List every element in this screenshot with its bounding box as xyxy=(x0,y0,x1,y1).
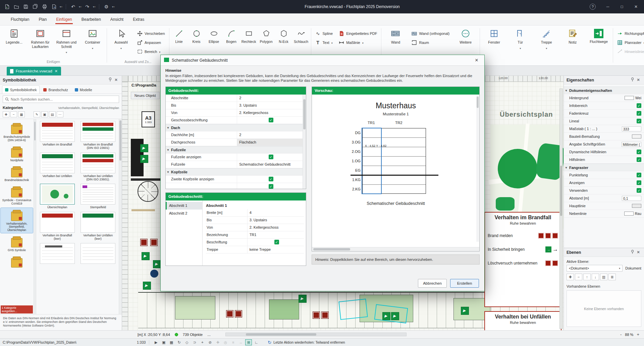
layers-icon[interactable]: ≡ xyxy=(230,339,236,345)
close-panel-icon[interactable]: ✕ xyxy=(635,78,641,82)
checkbox-icon[interactable] xyxy=(637,119,641,123)
property-row[interactable]: Punktefang xyxy=(564,171,644,179)
property-row[interactable]: Fadenkreuz xyxy=(564,110,644,117)
property-row[interactable]: Bezeichnung TR1 xyxy=(206,231,304,239)
close-panel-icon[interactable]: ✕ xyxy=(635,250,641,254)
menu-item[interactable]: Einfügen xyxy=(52,13,76,25)
masslinie-button[interactable]: Maßlinie xyxy=(336,39,380,47)
property-row[interactable]: Hilfslinien xyxy=(564,156,644,164)
refresh-icon[interactable]: ↻ xyxy=(176,339,182,345)
pin-icon[interactable] xyxy=(629,77,635,82)
symbol-item[interactable]: Verhalten bei Unfällen (DIN ISO 23601). xyxy=(78,153,118,181)
canvas-horizontal-scrollbar[interactable] xyxy=(225,333,407,336)
property-row[interactable]: Hintergrund Wei xyxy=(564,94,644,102)
copy-symbol-icon[interactable]: ▣ xyxy=(41,111,48,117)
add-layer-icon[interactable]: ✚ xyxy=(567,274,574,280)
section-highlight-box[interactable] xyxy=(362,128,382,194)
checkbox-icon[interactable] xyxy=(269,155,273,159)
grid-view-icon[interactable]: ▦ xyxy=(18,111,25,117)
close-button[interactable]: ✕ xyxy=(629,2,643,12)
pdf-button[interactable]: Eingebettetes PDF xyxy=(336,30,380,38)
symbol-item[interactable]: Verhalten im Brandfall (DIN ISO 23601) xyxy=(78,121,118,150)
planraster-button[interactable]: Planraster xyxy=(614,39,644,47)
collapse-chevron-icon[interactable] xyxy=(564,166,569,169)
checkbox-icon[interactable] xyxy=(269,118,273,122)
property-row[interactable]: Infobereich xyxy=(564,102,644,110)
maximize-button[interactable]: □ xyxy=(615,2,629,12)
canvas-vertical-scrollbar[interactable] xyxy=(559,89,563,329)
select-rect-icon[interactable]: ▣ xyxy=(160,339,167,345)
pan-icon[interactable]: ✚ xyxy=(214,339,221,345)
property-row[interactable]: Fußzeile Schematischer Gebäudeschnitt xyxy=(166,161,303,168)
property-row[interactable]: Beschriftung xyxy=(206,239,304,246)
verschieben-button[interactable]: Verschieben xyxy=(135,30,168,38)
close-panel-icon[interactable]: ✕ xyxy=(113,78,119,82)
menu-item[interactable]: Ansicht xyxy=(106,13,127,25)
disable-snap-icon[interactable]: ⊘ xyxy=(207,339,213,345)
property-row[interactable] xyxy=(166,183,303,189)
create-button[interactable]: Erstellen xyxy=(450,279,479,288)
property-row[interactable]: Abschnitte 2 xyxy=(166,95,303,102)
property-row[interactable]: Dach xyxy=(166,124,303,131)
more-symbols-icon[interactable]: ⋯ xyxy=(57,111,63,117)
cancel-button[interactable]: Abbrechen xyxy=(418,279,447,288)
dialog-title-bar[interactable]: Schematischer Gebäudeschnitt ✕ xyxy=(161,55,484,66)
tuer-button[interactable]: Tür xyxy=(507,27,533,60)
collapse-chevron-icon[interactable] xyxy=(166,170,170,174)
richtungspfeil-button[interactable]: Richtungspfeil xyxy=(614,30,644,38)
checkbox-icon[interactable] xyxy=(637,188,641,193)
polygon-snap-icon[interactable]: ◇ xyxy=(183,339,190,345)
category-item[interactable]: Brandschutzsymbole (DIN 14034-6) xyxy=(1,121,33,143)
symbol-item[interactable] xyxy=(38,243,77,265)
category-item[interactable]: Brandmeldetechnik xyxy=(1,164,33,183)
folder-symbol-icon[interactable]: ▤ xyxy=(49,111,56,117)
ortho-icon[interactable]: ∟ xyxy=(253,339,260,345)
symbol-item[interactable]: Verhalten im Brandfall xyxy=(38,121,77,150)
symbol-item[interactable]: Übersichtsplan xyxy=(38,184,77,209)
symbol-item[interactable]: Verhalten bei Unfällen xyxy=(38,153,77,181)
property-row[interactable]: Von 2. Kellergeschoss xyxy=(206,224,304,231)
help-icon[interactable]: ? xyxy=(590,4,596,10)
property-row[interactable]: Dynamische Hilfslinien xyxy=(564,148,644,156)
checkbox-icon[interactable] xyxy=(274,240,279,244)
redo-caret-icon[interactable]: ▾ xyxy=(93,5,96,8)
symbol-item[interactable]: Verhalten im Brandfall (leer) xyxy=(38,212,77,241)
property-row[interactable]: Nebenlinie Rau xyxy=(564,210,644,218)
rahmen-laufkarten-button[interactable]: Rahmen für Laufkarten xyxy=(28,27,53,60)
color-swatch[interactable] xyxy=(624,212,634,216)
symbol-item[interactable] xyxy=(78,243,118,265)
menu-item[interactable]: Extras xyxy=(129,13,148,25)
layer-down-icon[interactable]: ↓ xyxy=(592,274,599,280)
category-item[interactable] xyxy=(1,254,33,270)
hinweislinie-button[interactable]: Hinweislinie xyxy=(614,48,644,56)
export-caret-icon[interactable]: ▾ xyxy=(60,5,62,8)
save-icon[interactable] xyxy=(22,3,30,10)
new-object-tab[interactable]: Neues Objekt xyxy=(131,92,160,99)
new-file-icon[interactable] xyxy=(3,3,11,10)
text-button[interactable]: T Text xyxy=(313,39,336,47)
spline-button[interactable]: ∿ Spline xyxy=(313,30,336,38)
category-item[interactable]: Nordpfeile xyxy=(1,145,33,163)
property-row[interactable]: Von 2. Kellergeschoss xyxy=(166,109,303,117)
section-list-item[interactable]: Abschnitt 1 xyxy=(166,202,202,210)
container-button[interactable]: Container xyxy=(80,27,105,60)
collapse-chevron-icon[interactable] xyxy=(166,126,170,129)
active-layer-select[interactable]: <Dokument> ▾ xyxy=(567,265,623,272)
save-all-icon[interactable] xyxy=(32,3,39,10)
add-category-icon[interactable]: ✚ xyxy=(3,111,9,117)
checkbox-icon[interactable] xyxy=(269,177,273,181)
preview-vertical-scrollbar[interactable] xyxy=(476,96,479,242)
property-row[interactable]: Dachhöhe [m] 2 xyxy=(166,131,303,139)
property-row[interactable]: Verwenden xyxy=(564,187,644,194)
status-more-button[interactable]: ... xyxy=(207,332,211,337)
property-row[interactable]: Lineal xyxy=(564,117,644,125)
print-icon[interactable] xyxy=(41,3,48,10)
merge-layer-icon[interactable]: ≣ xyxy=(608,274,616,280)
cursor-icon[interactable]: ▶ xyxy=(153,339,159,345)
treppe-button[interactable]: Treppe xyxy=(534,27,559,60)
symbol-scrollbar[interactable] xyxy=(119,119,122,314)
checkbox-icon[interactable] xyxy=(269,184,273,189)
property-row[interactable]: Dachgeschoss Flachdach xyxy=(166,139,303,146)
export-icon[interactable] xyxy=(50,3,58,10)
settings-scrollbar[interactable] xyxy=(303,95,306,189)
